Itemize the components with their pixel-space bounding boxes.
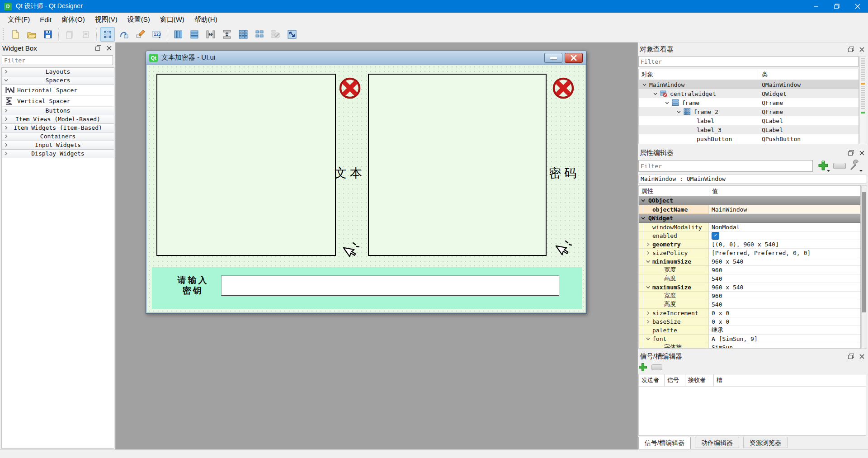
property-row-max-width[interactable]: 宽度960 bbox=[639, 292, 860, 300]
chevron-down-icon[interactable] bbox=[653, 92, 657, 96]
tree-row-mainwindow[interactable]: MainWindowQMainWindow bbox=[639, 80, 859, 89]
property-row-sizepolicy[interactable]: sizePolicy[Preferred, Preferred, 0, 0] bbox=[639, 249, 860, 257]
edit-tab-order-button[interactable]: 123 bbox=[149, 27, 164, 42]
menu-form[interactable]: 窗体(O) bbox=[57, 14, 90, 26]
menu-help[interactable]: 帮助(H) bbox=[189, 14, 222, 26]
property-row-windowmodality[interactable]: windowModalityNonModal bbox=[639, 223, 860, 231]
property-editor-scrollbar[interactable] bbox=[861, 185, 867, 349]
property-row-maximumsize[interactable]: maximumSize960 x 540 bbox=[639, 283, 860, 292]
scroll-thumb[interactable] bbox=[861, 86, 865, 110]
chevron-right-icon[interactable] bbox=[646, 242, 650, 246]
restore-button[interactable] bbox=[826, 0, 847, 13]
widgetbox-category-spacers[interactable]: Spacers bbox=[2, 76, 114, 85]
menu-window[interactable]: 窗口(W) bbox=[155, 14, 189, 26]
add-dynamic-property-button[interactable] bbox=[816, 159, 830, 172]
column-sender[interactable]: 发送者 bbox=[639, 374, 665, 386]
object-inspector-filter-input[interactable] bbox=[638, 56, 859, 67]
property-column-header[interactable]: 属性 值 bbox=[639, 186, 860, 196]
property-group-qwidget[interactable]: QWidget bbox=[639, 214, 860, 223]
close-panel-icon[interactable] bbox=[857, 45, 866, 53]
toolbar-drag-handle[interactable] bbox=[3, 28, 5, 40]
property-row-objectname[interactable]: objectNameMainWindow bbox=[639, 205, 860, 214]
property-row-max-height[interactable]: 高度540 bbox=[639, 300, 860, 309]
chevron-right-icon[interactable] bbox=[646, 251, 650, 255]
tree-row-centralwidget[interactable]: centralwidgetQWidget bbox=[639, 89, 859, 98]
page-action-disabled-2[interactable] bbox=[79, 27, 93, 42]
layout-vertical-splitter-button[interactable] bbox=[220, 27, 234, 42]
close-panel-icon[interactable] bbox=[857, 352, 866, 360]
open-form-button[interactable] bbox=[24, 27, 39, 42]
chevron-down-icon[interactable] bbox=[665, 101, 669, 105]
page-action-disabled-1[interactable] bbox=[62, 27, 77, 42]
layout-horizontal-splitter-button[interactable] bbox=[203, 27, 218, 42]
minimize-button[interactable] bbox=[806, 0, 826, 13]
form-canvas[interactable]: 文本 密码 请输入 密钥 bbox=[147, 65, 585, 312]
column-signal[interactable]: 信号 bbox=[665, 374, 685, 386]
chevron-down-icon[interactable] bbox=[646, 285, 650, 289]
property-row-minimumsize[interactable]: minimumSize960 x 540 bbox=[639, 257, 860, 266]
float-panel-icon[interactable] bbox=[846, 352, 855, 360]
form-close-button[interactable] bbox=[565, 53, 583, 63]
layout-horizontal-button[interactable] bbox=[171, 27, 185, 42]
chevron-down-icon[interactable] bbox=[642, 83, 646, 87]
break-layout-button[interactable] bbox=[269, 27, 283, 42]
property-row-font[interactable]: fontA [SimSun, 9] bbox=[639, 335, 860, 343]
password-frame[interactable] bbox=[368, 74, 547, 256]
tree-row-frame-2[interactable]: frame_2QFrame bbox=[639, 107, 859, 116]
chevron-right-icon[interactable] bbox=[646, 320, 650, 324]
property-row-min-width[interactable]: 宽度960 bbox=[639, 266, 860, 274]
save-form-button[interactable] bbox=[41, 27, 55, 42]
clear-text-icon[interactable] bbox=[337, 75, 363, 101]
float-panel-icon[interactable] bbox=[94, 44, 103, 52]
widgetbox-item-horizontal-spacer[interactable]: Horizontal Spacer bbox=[2, 85, 114, 96]
widgetbox-item-vertical-spacer[interactable]: Vertical Spacer bbox=[2, 96, 114, 107]
tree-row-pushbutton[interactable]: pushButtonQPushButton bbox=[639, 134, 859, 143]
clear-password-icon[interactable] bbox=[550, 75, 576, 101]
widgetbox-category-containers[interactable]: Containers bbox=[2, 132, 114, 141]
signal-slot-column-header[interactable]: 发送者 信号 接收者 槽 bbox=[639, 374, 866, 387]
property-group-qobject[interactable]: QObject bbox=[639, 196, 860, 205]
property-row-geometry[interactable]: geometry[(0, 0), 960 x 540] bbox=[639, 240, 860, 249]
remove-dynamic-property-button[interactable] bbox=[833, 163, 846, 169]
text-frame[interactable] bbox=[156, 74, 336, 256]
chevron-down-icon[interactable] bbox=[677, 110, 681, 114]
widgetbox-category-display-widgets[interactable]: Display Widgets bbox=[2, 150, 114, 158]
configure-property-editor-button[interactable] bbox=[848, 158, 863, 172]
property-row-font-family[interactable]: 字体族SimSun bbox=[639, 343, 860, 349]
widgetbox-category-item-widgets[interactable]: Item Widgets (Item-Based) bbox=[2, 124, 114, 132]
chevron-right-icon[interactable] bbox=[646, 311, 650, 315]
menu-edit[interactable]: Edit bbox=[35, 14, 57, 25]
close-panel-icon[interactable] bbox=[104, 44, 113, 52]
form-title-bar[interactable]: Qt 文本加密器 - UI.ui bbox=[146, 51, 586, 65]
scroll-thumb[interactable] bbox=[862, 192, 866, 312]
edit-buddies-button[interactable] bbox=[133, 27, 147, 42]
widget-box-filter-input[interactable] bbox=[2, 55, 113, 65]
property-row-basesize[interactable]: baseSize0 x 0 bbox=[639, 317, 860, 326]
property-row-palette[interactable]: palette继承 bbox=[639, 326, 860, 335]
widgetbox-category-item-views[interactable]: Item Views (Model-Based) bbox=[2, 115, 114, 124]
float-panel-icon[interactable] bbox=[846, 149, 855, 157]
scroll-thumb[interactable] bbox=[861, 58, 865, 81]
add-connection-button[interactable] bbox=[637, 362, 648, 373]
remove-connection-button[interactable] bbox=[651, 364, 662, 370]
property-row-sizeincrement[interactable]: sizeIncrement0 x 0 bbox=[639, 309, 860, 317]
column-receiver[interactable]: 接收者 bbox=[685, 374, 714, 386]
widgetbox-category-input-widgets[interactable]: Input Widgets bbox=[2, 141, 114, 150]
click-cursor-icon[interactable] bbox=[340, 240, 360, 260]
property-row-enabled[interactable]: enabled✓ bbox=[639, 231, 860, 240]
tab-action-editor[interactable]: 动作编辑器 bbox=[695, 437, 739, 448]
new-form-button[interactable] bbox=[8, 27, 23, 42]
chevron-down-icon[interactable] bbox=[646, 260, 650, 264]
form-window[interactable]: Qt 文本加密器 - UI.ui 文本 密码 请输入 密钥 bbox=[146, 51, 587, 314]
adjust-size-button[interactable] bbox=[285, 27, 299, 42]
key-input[interactable] bbox=[221, 275, 559, 296]
edit-signals-slots-button[interactable] bbox=[117, 27, 131, 42]
tab-signal-slot-editor[interactable]: 信号/槽编辑器 bbox=[638, 437, 691, 449]
float-panel-icon[interactable] bbox=[846, 45, 855, 53]
form-minimize-button[interactable] bbox=[544, 53, 562, 63]
object-inspector-scrollbar[interactable] bbox=[859, 56, 866, 144]
object-inspector-column-header[interactable]: 对象 类 bbox=[639, 69, 859, 80]
property-filter-input[interactable] bbox=[638, 160, 813, 172]
column-slot[interactable]: 槽 bbox=[714, 374, 866, 386]
widgetbox-category-layouts[interactable]: Layouts bbox=[2, 68, 114, 76]
